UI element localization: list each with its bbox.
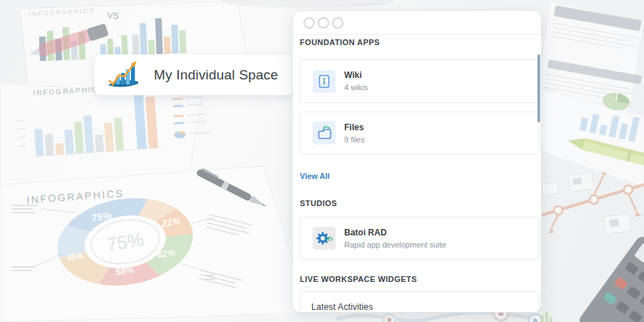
window-titlebar: [293, 11, 541, 35]
window-control-icon: [303, 17, 315, 29]
workspace-title: My Individual Space: [154, 67, 278, 83]
app-subtitle: 4 wikis: [344, 84, 368, 92]
svg-text:</>: </>: [325, 235, 333, 243]
app-title: Batoi RAD: [344, 228, 446, 237]
workspace-card[interactable]: My Individual Space: [94, 54, 293, 95]
studios-heading: STUDIOS: [300, 200, 540, 208]
window-control-icon: [332, 17, 343, 29]
window-control-icon: [318, 17, 329, 29]
wiki-book-icon: [313, 70, 336, 93]
app-card-files[interactable]: Files 9 files: [300, 112, 540, 155]
view-all-link[interactable]: View All: [300, 172, 330, 180]
app-subtitle: 9 files: [344, 136, 365, 144]
widget-title: Latest Activities: [311, 302, 373, 312]
app-title: Wiki: [344, 71, 368, 79]
hero-scene: INFOGRAPHICS VS INFOGRA: [0, 0, 644, 322]
live-workspace-widgets-heading: LIVE WORKSPACE WIDGETS: [300, 275, 540, 283]
batoi-logo-icon: [104, 58, 142, 92]
app-card-batoi-rad[interactable]: </> Batoi RAD Rapid app development suit…: [300, 217, 540, 260]
vs-label: VS: [107, 10, 119, 21]
app-card-wiki[interactable]: Wiki 4 wikis: [300, 59, 540, 103]
app-subtitle: Rapid app development suite: [344, 241, 446, 249]
calculator: [577, 234, 644, 322]
rad-gear-code-icon: </>: [313, 227, 336, 250]
widget-card-latest-activities[interactable]: Latest Activities: [300, 291, 540, 313]
apps-panel: FOUNDATION APPS Wiki 4 wikis: [292, 10, 542, 313]
scrollbar-thumb[interactable]: [537, 54, 540, 122]
app-title: Files: [344, 123, 365, 132]
foundation-apps-heading: FOUNDATION APPS: [300, 39, 540, 47]
files-folder-icon: [313, 122, 336, 145]
panel-content: FOUNDATION APPS Wiki 4 wikis: [293, 39, 541, 313]
